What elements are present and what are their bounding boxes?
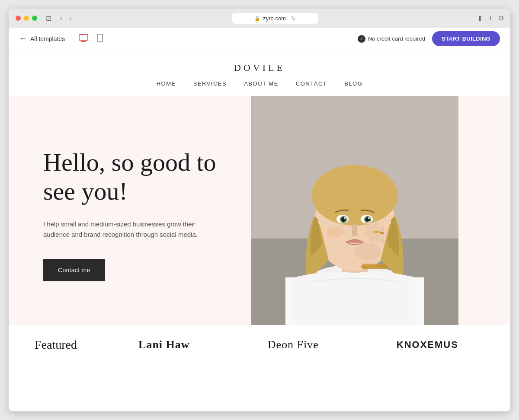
toolbar-right: ✓ No credit card required START BUILDING (358, 31, 500, 46)
no-credit-card-badge: ✓ No credit card required (358, 35, 425, 43)
svg-rect-32 (362, 264, 386, 265)
svg-point-22 (368, 217, 370, 219)
brand-knoxemus: KNOXEMUS (397, 339, 458, 350)
browser-titlebar: ⊡ ‹ › 🔒 zyro.com ↻ ⬆ + ⧉ (9, 9, 510, 28)
svg-point-25 (355, 243, 381, 260)
hero-content: Hello, so good to see you! I help small … (9, 96, 251, 325)
desktop-icon (79, 34, 88, 42)
hero-section: Hello, so good to see you! I help small … (9, 96, 510, 325)
nav-home[interactable]: HOME (157, 80, 176, 88)
mobile-view-button[interactable] (95, 32, 105, 45)
svg-rect-30 (380, 232, 384, 234)
hero-heading: Hello, so good to see you! (43, 148, 225, 206)
tabs-icon[interactable]: ⧉ (499, 14, 503, 22)
maximize-button[interactable] (32, 16, 37, 21)
browser-addressbar: 🔒 zyro.com ↻ (79, 13, 472, 24)
browser-window: ⊡ ‹ › 🔒 zyro.com ↻ ⬆ + ⧉ ← All templates (9, 9, 510, 411)
nav-about[interactable]: ABOUT ME (244, 80, 279, 88)
browser-actions: ⬆ + ⧉ (477, 14, 503, 22)
site-header: DOVILE HOME SERVICES ABOUT ME CONTACT BL… (9, 50, 510, 96)
browser-navigation: ‹ › (58, 13, 74, 23)
share-icon[interactable]: ⬆ (477, 14, 483, 22)
nav-services[interactable]: SERVICES (193, 80, 227, 88)
svg-rect-28 (380, 226, 384, 244)
svg-rect-0 (79, 35, 88, 40)
hero-image (251, 96, 458, 325)
sidebar-toggle-icon[interactable]: ⊡ (46, 14, 51, 22)
minimize-button[interactable] (24, 16, 29, 21)
desktop-view-button[interactable] (77, 32, 90, 45)
site-nav: HOME SERVICES ABOUT ME CONTACT BLOG (9, 73, 510, 96)
featured-label: Featured (35, 338, 112, 352)
no-credit-card-text: No credit card required (368, 35, 425, 42)
brand-deon-five: Deon Five (268, 338, 319, 351)
lock-icon: 🔒 (254, 16, 260, 21)
close-button[interactable] (16, 16, 21, 21)
back-nav-button[interactable]: ‹ (58, 13, 64, 23)
url-bar[interactable]: 🔒 zyro.com ↻ (232, 13, 318, 24)
website-preview: DOVILE HOME SERVICES ABOUT ME CONTACT BL… (9, 50, 510, 411)
device-toggle (77, 32, 105, 45)
svg-point-21 (344, 217, 346, 219)
all-templates-link[interactable]: All templates (30, 35, 65, 42)
featured-section: Featured Lani Haw Deon Five KNOXEMUS (9, 325, 510, 365)
start-building-button[interactable]: START BUILDING (432, 31, 500, 46)
site-logo: DOVILE (9, 62, 510, 73)
back-arrow-icon[interactable]: ← (19, 34, 27, 43)
url-text: zyro.com (263, 15, 286, 22)
nav-blog[interactable]: BLOG (344, 80, 362, 88)
app-toolbar: ← All templates (9, 28, 510, 50)
svg-point-5 (99, 41, 100, 41)
svg-point-23 (327, 227, 344, 237)
refresh-icon[interactable]: ↻ (291, 15, 296, 22)
hero-portrait-svg (251, 96, 458, 325)
hero-subtext: I help small and medium-sized businesses… (43, 219, 208, 240)
forward-nav-button[interactable]: › (67, 13, 73, 23)
nav-contact[interactable]: CONTACT (296, 80, 327, 88)
new-tab-icon[interactable]: + (489, 14, 493, 22)
mobile-icon (97, 34, 103, 42)
traffic-lights (16, 16, 37, 21)
svg-rect-29 (374, 231, 379, 233)
check-icon: ✓ (358, 35, 365, 43)
contact-me-button[interactable]: Contact me (43, 259, 105, 281)
featured-brands: Lani Haw Deon Five KNOXEMUS (112, 338, 484, 351)
brand-lani-haw: Lani Haw (138, 338, 190, 351)
toolbar-left: ← All templates (19, 32, 105, 45)
